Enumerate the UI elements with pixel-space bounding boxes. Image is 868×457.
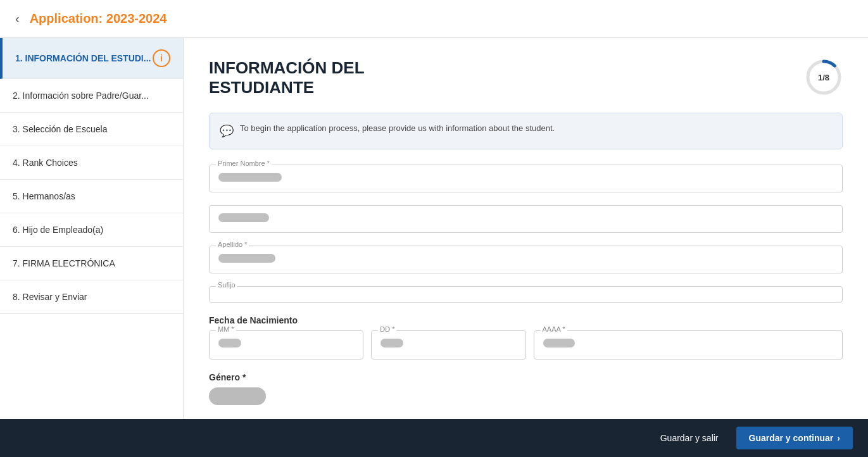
progress-circle: 1/8 bbox=[805, 58, 843, 96]
form-header: INFORMACIÓN DEL ESTUDIANTE 1/8 bbox=[209, 58, 843, 97]
save-continue-label: Guardar y continuar bbox=[749, 433, 834, 443]
apellido-value bbox=[218, 254, 275, 263]
sufijo-label: Sufijo bbox=[216, 281, 237, 289]
sidebar-item-step4[interactable]: 4. Rank Choices bbox=[0, 146, 183, 180]
sufijo-group: Sufijo bbox=[209, 286, 843, 303]
primer-nombre-field[interactable]: Primer Nombre * bbox=[209, 165, 843, 192]
footer: Guardar y salir Guardar y continuar › bbox=[0, 419, 868, 457]
sidebar-item-step8[interactable]: 8. Revisar y Enviar bbox=[0, 280, 183, 314]
sidebar-item-step7[interactable]: 7. FIRMA ELECTRÓNICA bbox=[0, 247, 183, 280]
segundo-nombre-field[interactable] bbox=[209, 205, 843, 233]
primer-nombre-group: Primer Nombre * bbox=[209, 165, 843, 192]
main-content: 1. INFORMACIÓN DEL ESTUDI... i 2. Inform… bbox=[0, 38, 868, 419]
dd-field[interactable]: DD * bbox=[371, 330, 525, 360]
primer-nombre-label: Primer Nombre * bbox=[216, 160, 272, 167]
apellido-field[interactable]: Apellido * bbox=[209, 246, 843, 273]
mm-group: MM * bbox=[209, 330, 363, 360]
app-title: Application: 2023-2024 bbox=[30, 11, 167, 26]
sidebar-item-label-step7: 7. FIRMA ELECTRÓNICA bbox=[13, 258, 115, 268]
info-message: To begin the application process, please… bbox=[240, 122, 555, 135]
dd-label: DD * bbox=[378, 325, 396, 333]
genero-label: Género * bbox=[209, 372, 843, 382]
progress-text: 1/8 bbox=[818, 73, 829, 82]
top-bar: ‹ Application: 2023-2024 bbox=[0, 0, 868, 38]
sidebar-item-label-step5: 5. Hermanos/as bbox=[13, 191, 75, 201]
segundo-nombre-value bbox=[218, 213, 269, 222]
back-button[interactable]: ‹ bbox=[15, 11, 20, 26]
apellido-label: Apellido * bbox=[216, 241, 249, 248]
mm-value bbox=[218, 339, 241, 347]
save-exit-button[interactable]: Guardar y salir bbox=[650, 428, 729, 448]
sidebar-item-step1[interactable]: 1. INFORMACIÓN DEL ESTUDI... i bbox=[0, 38, 183, 79]
mm-label: MM * bbox=[216, 325, 236, 333]
sidebar-item-step2[interactable]: 2. Información sobre Padre/Guar... bbox=[0, 79, 183, 113]
sidebar-item-label-step3: 3. Selección de Escuela bbox=[13, 124, 107, 134]
form-area: INFORMACIÓN DEL ESTUDIANTE 1/8 💬 To begi… bbox=[184, 38, 868, 419]
step1-icon: i bbox=[153, 49, 170, 67]
save-continue-button[interactable]: Guardar y continuar › bbox=[736, 427, 853, 449]
chat-icon: 💬 bbox=[220, 123, 234, 140]
sufijo-field[interactable]: Sufijo bbox=[209, 286, 843, 303]
mm-field[interactable]: MM * bbox=[209, 330, 363, 360]
sidebar-item-label-step1: 1. INFORMACIÓN DEL ESTUDI... bbox=[15, 53, 151, 63]
continue-arrow-icon: › bbox=[837, 433, 840, 443]
sidebar-item-label-step2: 2. Información sobre Padre/Guar... bbox=[13, 91, 149, 101]
dob-fields: MM * DD * AAAA * bbox=[209, 330, 843, 360]
sidebar-item-label-step6: 6. Hijo de Empleado(a) bbox=[13, 225, 103, 235]
sidebar-item-label-step8: 8. Revisar y Enviar bbox=[13, 292, 87, 302]
dob-label: Fecha de Nacimiento bbox=[209, 315, 843, 325]
segundo-nombre-group bbox=[209, 205, 843, 233]
aaaa-field[interactable]: AAAA * bbox=[534, 330, 843, 360]
aaaa-label: AAAA * bbox=[541, 325, 567, 333]
form-title-line2: ESTUDIANTE bbox=[209, 78, 365, 97]
aaaa-group: AAAA * bbox=[534, 330, 843, 360]
sidebar-item-step3[interactable]: 3. Selección de Escuela bbox=[0, 113, 183, 146]
genero-section: Género * bbox=[209, 372, 843, 408]
title-year: 2023-2024 bbox=[106, 11, 167, 25]
aaaa-value bbox=[543, 339, 575, 347]
form-title: INFORMACIÓN DEL ESTUDIANTE bbox=[209, 58, 365, 97]
form-title-line1: INFORMACIÓN DEL bbox=[209, 58, 365, 78]
apellido-group: Apellido * bbox=[209, 246, 843, 273]
dob-section: Fecha de Nacimiento MM * DD * A bbox=[209, 315, 843, 360]
dd-value bbox=[381, 339, 403, 347]
title-static: Application: bbox=[30, 11, 106, 25]
sidebar: 1. INFORMACIÓN DEL ESTUDI... i 2. Inform… bbox=[0, 38, 184, 419]
sidebar-item-step6[interactable]: 6. Hijo de Empleado(a) bbox=[0, 213, 183, 247]
dd-group: DD * bbox=[371, 330, 525, 360]
genero-value[interactable] bbox=[209, 387, 266, 405]
primer-nombre-value bbox=[218, 173, 282, 182]
sidebar-item-label-step4: 4. Rank Choices bbox=[13, 158, 78, 168]
info-box: 💬 To begin the application process, plea… bbox=[209, 113, 843, 149]
sidebar-item-step5[interactable]: 5. Hermanos/as bbox=[0, 180, 183, 213]
